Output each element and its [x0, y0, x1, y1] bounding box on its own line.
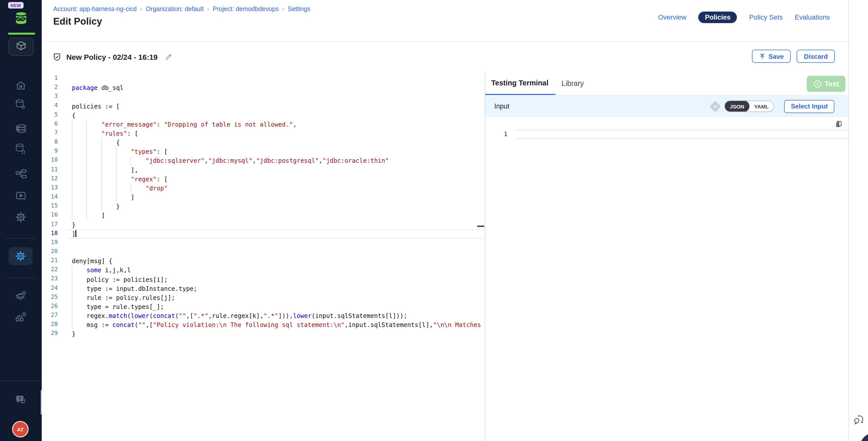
nav-tab-policy-sets[interactable]: Policy Sets — [749, 11, 783, 23]
breadcrumb-separator: › — [207, 5, 209, 12]
line-number: 11 — [42, 165, 58, 175]
code-line[interactable]: deny[msg] { — [67, 257, 485, 266]
nav-tab-overview[interactable]: Overview — [658, 11, 686, 23]
sidebar-item-db-settings[interactable] — [0, 99, 42, 111]
play-video-icon — [15, 190, 27, 202]
code-line[interactable]: "drop" — [67, 184, 485, 193]
save-button[interactable]: Save — [752, 50, 791, 63]
svg-text:?: ? — [18, 396, 21, 401]
gear-icon — [15, 212, 27, 223]
code-line[interactable]: some i,j,k,l — [67, 266, 485, 275]
nav-tab-policies[interactable]: Policies — [699, 11, 737, 23]
code-line[interactable]: regex.match(lower(concat("",[".*",rule.r… — [67, 311, 485, 320]
avatar-initials: AT — [17, 426, 24, 432]
select-input-button[interactable]: Select Input — [784, 100, 834, 113]
home-icon — [15, 80, 27, 91]
format-toggle[interactable]: JSONYAML — [724, 100, 774, 112]
panel-tab-library[interactable]: Library — [556, 72, 591, 95]
code-line[interactable] — [67, 248, 485, 257]
line-number: 28 — [42, 320, 58, 329]
edit-pencil-icon[interactable] — [165, 53, 173, 61]
code-line[interactable]: "jdbc:sqlserver","jdbc:mysql","jdbc:post… — [67, 156, 485, 165]
chat-bubbles-icon[interactable] — [853, 414, 865, 428]
line-number: 10 — [42, 156, 58, 165]
code-line[interactable]: msg := concat("",["Policy violation:\n T… — [67, 320, 485, 329]
breadcrumb-item[interactable]: Settings — [288, 5, 310, 12]
code-line[interactable]: rule := policy.rules[j]; — [67, 293, 485, 303]
code-line[interactable]: ] — [67, 211, 485, 220]
code-line[interactable]: "types": [ — [67, 148, 485, 156]
code-line[interactable]: ] — [67, 193, 485, 202]
format-option-json[interactable]: JSON — [725, 100, 749, 112]
code-line[interactable]: type = rule.types[_]; — [67, 303, 485, 311]
breadcrumb-item[interactable]: Project: demodbdevops — [213, 5, 279, 12]
sidebar-item-home[interactable] — [0, 80, 42, 91]
code-line[interactable]: "error_message": "Dropping of table is n… — [67, 120, 485, 129]
code-line[interactable]: { — [67, 138, 485, 147]
panel-tab-testing-terminal[interactable]: Testing Terminal — [485, 72, 556, 95]
code-line[interactable]: } — [67, 330, 485, 339]
line-number: 25 — [42, 293, 58, 303]
line-number: 4 — [42, 102, 58, 111]
overview-ruler-cursor-mark — [477, 225, 484, 227]
breadcrumb-item[interactable]: Account: app-harness-ng-cicd — [53, 5, 136, 12]
hierarchy-icon — [15, 168, 27, 180]
gear-icon-active — [15, 251, 26, 262]
code-line[interactable] — [67, 93, 485, 102]
nav-tab-evaluations[interactable]: Evaluations — [795, 11, 830, 23]
format-option-yaml[interactable]: YAML — [749, 100, 774, 112]
sidebar-item-db-stack[interactable] — [0, 123, 42, 135]
code-line[interactable]: ], — [67, 165, 485, 175]
code-line[interactable]: { — [67, 111, 485, 120]
code-line[interactable]: policies := [ — [67, 102, 485, 111]
line-number: 17 — [42, 220, 58, 229]
testing-panel-tabs: Testing TerminalLibrary — [485, 72, 848, 95]
avatar[interactable]: AT — [13, 422, 28, 437]
breadcrumb-item[interactable]: Organization: default — [146, 5, 204, 12]
sidebar-item-db-instances[interactable] — [0, 143, 42, 155]
app-root: NEW — [0, 0, 868, 441]
module-selector-button[interactable] — [8, 38, 34, 56]
code-line[interactable] — [67, 74, 485, 83]
line-number: 18 — [42, 229, 58, 238]
line-number: 13 — [42, 184, 58, 193]
code-line[interactable]: } — [67, 220, 485, 229]
sidebar-item-pipelines[interactable] — [0, 168, 42, 180]
db-devops-logo-icon[interactable] — [12, 9, 30, 29]
sidebar-item-layers-settings[interactable] — [0, 289, 42, 302]
code-line[interactable]: "rules": [ — [67, 129, 485, 138]
code-line[interactable]: type := input.dbInstance.type; — [67, 284, 485, 293]
upload-icon — [759, 53, 766, 60]
cube-icon — [15, 40, 27, 54]
sidebar-item-org-settings[interactable] — [0, 311, 42, 323]
editor-code[interactable]: package db_sqlpolicies := [{ "error_mess… — [67, 74, 485, 339]
discard-button-label: Discard — [804, 53, 828, 60]
policy-code-editor[interactable]: 1234567891011121314151617181920212223242… — [42, 72, 485, 441]
code-line[interactable]: "regex": [ — [67, 175, 485, 184]
sidebar-item-help[interactable]: ? — [0, 394, 42, 406]
breadcrumb-separator: › — [140, 5, 142, 12]
sidebar-item-settings[interactable] — [0, 212, 42, 223]
test-button[interactable]: Test — [807, 76, 845, 92]
code-line[interactable]: } — [67, 202, 485, 211]
code-line[interactable]: ] — [67, 229, 485, 238]
code-line[interactable] — [67, 239, 485, 248]
code-line[interactable]: policy := policies[i]; — [67, 275, 485, 284]
line-number: 16 — [42, 211, 58, 220]
org-gear-icon — [14, 311, 27, 323]
code-line[interactable]: package db_sql — [67, 83, 485, 92]
line-number: 6 — [42, 120, 58, 129]
input-editor-current-line[interactable] — [516, 130, 848, 139]
sidebar-item-project-settings-active[interactable] — [8, 247, 33, 265]
logo-underline — [8, 33, 35, 35]
line-number: 9 — [42, 148, 58, 156]
discard-button[interactable]: Discard — [797, 50, 835, 63]
new-badge: NEW — [8, 2, 23, 8]
copy-icon[interactable] — [835, 120, 842, 130]
breadcrumb-separator: › — [282, 5, 284, 12]
database-grid-icon — [15, 143, 27, 155]
sidebar-item-get-started[interactable] — [0, 190, 42, 202]
sidebar-divider — [5, 278, 36, 278]
line-number: 21 — [42, 257, 58, 266]
editor-gutter: 1234567891011121314151617181920212223242… — [42, 74, 58, 339]
